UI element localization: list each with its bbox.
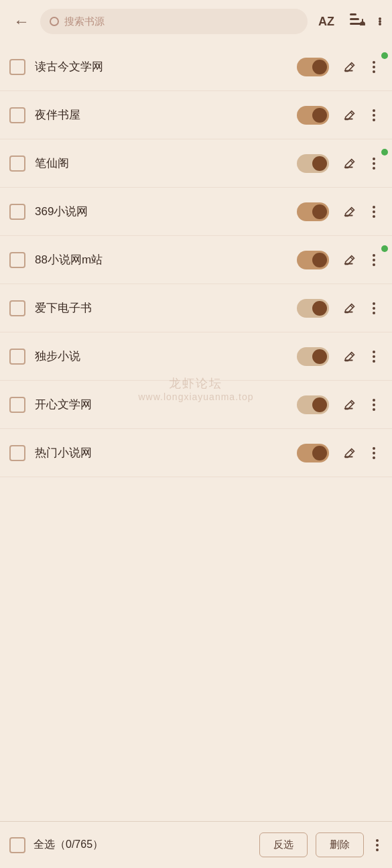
edit-button-1[interactable] [340,105,360,125]
sort-icon [349,12,367,27]
more-button-0[interactable] [365,57,383,77]
item-checkbox-7[interactable] [9,397,25,413]
edit-icon-7 [342,397,357,412]
search-bar[interactable]: 搜索书源 [40,9,308,34]
source-list: 读古今文学网 夜伴书屋 [0,43,392,531]
item-name-3: 369小说网 [35,204,297,219]
edit-icon-8 [342,446,357,460]
toggle-8[interactable] [297,444,329,462]
more-button-5[interactable] [365,298,383,318]
item-name-7: 开心文学网 [35,397,297,412]
item-checkbox-8[interactable] [9,445,25,461]
toggle-1[interactable] [297,106,329,125]
edit-icon-4 [342,253,357,267]
item-checkbox-5[interactable] [9,300,25,316]
edit-button-5[interactable] [340,298,360,318]
svg-rect-0 [350,13,356,15]
search-icon [50,17,59,26]
delete-button[interactable]: 删除 [316,832,364,857]
more-button-7[interactable] [365,395,383,415]
toggle-3[interactable] [297,202,329,221]
toggle-knob-0 [312,60,327,74]
svg-rect-5 [360,25,365,27]
item-name-8: 热门小说网 [35,445,297,460]
list-item: 369小说网 [0,188,392,236]
toggle-7[interactable] [297,395,329,414]
toggle-0[interactable] [297,58,329,76]
toggle-4[interactable] [297,251,329,269]
more-button-8[interactable] [365,443,383,463]
toggle-5[interactable] [297,299,329,318]
select-all-label: 全选（0/765） [34,838,251,852]
list-item: 热门小说网 [0,429,392,477]
svg-rect-1 [350,18,359,20]
more-button-2[interactable] [365,153,383,174]
item-name-4: 88小说网m站 [35,252,297,267]
item-name-5: 爱下电子书 [35,300,297,316]
item-name-1: 夜伴书屋 [35,107,297,123]
edit-icon-0 [342,60,357,74]
item-checkbox-2[interactable] [9,156,25,172]
toggle-knob-1 [312,108,327,123]
sort-button[interactable] [345,9,371,34]
back-button[interactable]: ← [9,12,34,31]
header: ← 搜索书源 AZ [0,0,392,43]
invert-button[interactable]: 反选 [259,832,308,857]
az-sort-button[interactable]: AZ [314,12,338,32]
edit-button-4[interactable] [340,250,360,270]
list-item: 笔仙阁 [0,139,392,188]
edit-icon-2 [342,156,357,171]
header-more-button[interactable] [377,15,383,28]
search-placeholder: 搜索书源 [64,15,105,28]
more-button-4[interactable] [365,250,383,270]
edit-button-3[interactable] [340,202,360,222]
item-checkbox-0[interactable] [9,59,25,75]
item-name-2: 笔仙阁 [35,156,297,171]
item-name-6: 独步小说 [35,349,297,364]
edit-icon-1 [342,108,357,123]
toggle-knob-5 [312,301,327,316]
bottom-bar: 全选（0/765） 反选 删除 [0,821,392,868]
green-dot-0 [381,52,388,59]
item-checkbox-6[interactable] [9,349,25,365]
toggle-knob-7 [312,397,327,412]
edit-button-2[interactable] [340,153,360,174]
item-checkbox-4[interactable] [9,252,25,268]
green-dot-4 [381,245,388,252]
more-button-3[interactable] [365,202,383,222]
toggle-6[interactable] [297,347,329,366]
toggle-2[interactable] [297,154,329,173]
item-name-0: 读古今文学网 [35,59,297,74]
svg-rect-4 [362,19,363,23]
toggle-knob-4 [312,253,327,267]
list-item: 88小说网m站 [0,236,392,284]
bottom-more-button[interactable] [372,836,383,854]
item-checkbox-1[interactable] [9,107,25,123]
list-item: 开心文学网 [0,381,392,429]
edit-button-8[interactable] [340,443,360,463]
edit-icon-6 [342,349,357,364]
item-checkbox-3[interactable] [9,204,25,220]
edit-button-6[interactable] [340,347,360,367]
toggle-knob-6 [312,349,327,364]
toggle-knob-3 [312,204,327,219]
green-dot-2 [381,149,388,156]
list-item: 夜伴书屋 [0,91,392,139]
toggle-knob-2 [312,156,327,171]
list-item: 读古今文学网 [0,43,392,91]
select-all-checkbox[interactable] [9,837,25,853]
edit-button-7[interactable] [340,395,360,415]
list-item: 独步小说 [0,332,392,381]
toggle-knob-8 [312,446,327,460]
list-item: 爱下电子书 [0,284,392,332]
more-button-6[interactable] [365,347,383,367]
edit-icon-5 [342,301,357,316]
edit-icon-3 [342,204,357,219]
more-button-1[interactable] [365,105,383,125]
edit-button-0[interactable] [340,57,360,77]
